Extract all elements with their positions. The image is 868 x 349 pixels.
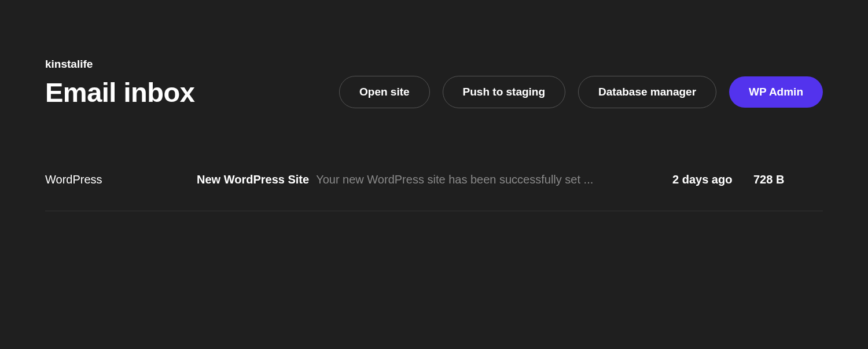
email-preview: Your new WordPress site has been success… [316, 173, 593, 186]
email-row[interactable]: WordPress New WordPress Site Your new Wo… [45, 173, 823, 211]
page-title: Email inbox [45, 76, 194, 108]
site-name: kinstalife [45, 58, 194, 71]
database-manager-button[interactable]: Database manager [578, 76, 716, 108]
page-header: kinstalife Email inbox Open site Push to… [45, 58, 823, 108]
email-time: 2 days ago [661, 173, 753, 186]
email-subject-preview: New WordPress Site Your new WordPress si… [197, 173, 661, 186]
email-sender: WordPress [45, 173, 197, 186]
email-list: WordPress New WordPress Site Your new Wo… [45, 173, 823, 211]
email-size: 728 B [753, 173, 823, 186]
push-to-staging-button[interactable]: Push to staging [443, 76, 566, 108]
email-subject: New WordPress Site [197, 173, 309, 186]
wp-admin-button[interactable]: WP Admin [729, 76, 823, 108]
header-actions: Open site Push to staging Database manag… [339, 76, 823, 108]
open-site-button[interactable]: Open site [339, 76, 430, 108]
